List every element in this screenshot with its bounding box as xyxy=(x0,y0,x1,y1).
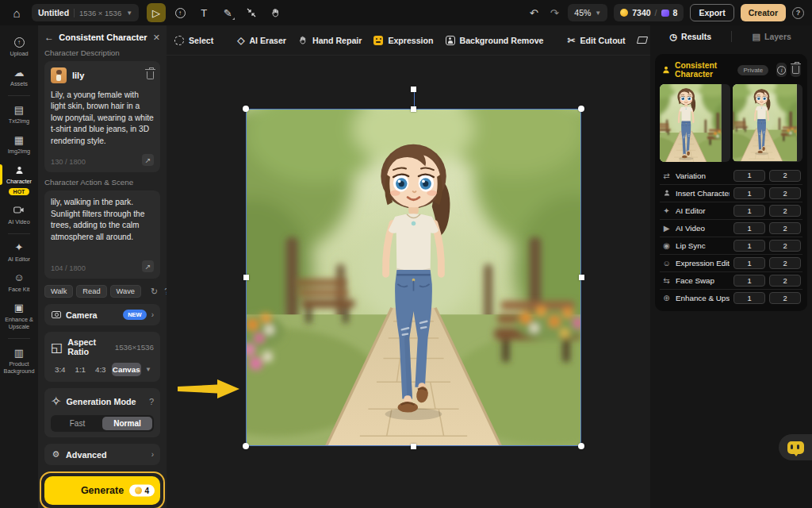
document-pill[interactable]: Untitled 1536 × 1536 ▼ xyxy=(32,4,139,21)
resize-handle-bottom-right[interactable] xyxy=(578,443,584,449)
product-box-icon: ▥ xyxy=(14,346,24,359)
close-icon[interactable]: ✕ xyxy=(151,33,160,43)
character-description-text[interactable]: Lily, a young female with light skin, br… xyxy=(51,90,154,147)
generated-image[interactable] xyxy=(246,109,581,446)
aspect-option-4-3[interactable]: 4:3 xyxy=(91,363,110,376)
zoom-control[interactable]: 45% ▼ xyxy=(568,4,607,21)
insert-character-button-1[interactable]: 1 xyxy=(733,187,765,199)
character-name: lily xyxy=(72,71,147,80)
lip-sync-icon: ◉ xyxy=(661,241,672,250)
panel-title: Consistent Character xyxy=(56,33,151,42)
ai-video-button-1[interactable]: 1 xyxy=(733,222,765,234)
help-icon[interactable]: ? xyxy=(164,287,167,296)
resize-handle-bottom-left[interactable] xyxy=(243,443,249,449)
chatbot-widget[interactable] xyxy=(779,434,812,460)
park-scene-image xyxy=(246,109,581,446)
credits-display[interactable]: 7340 / 8 xyxy=(614,4,684,21)
sidebar-item-ai-video[interactable]: AI Video xyxy=(0,200,38,230)
mode-option-normal[interactable]: Normal xyxy=(102,417,152,430)
canvas-area[interactable]: Select ◇ AI Eraser Hand Repair Expressio… xyxy=(167,25,650,508)
expression-edit-button-1[interactable]: 1 xyxy=(733,257,765,269)
trash-icon[interactable] xyxy=(147,71,154,79)
delete-button[interactable] xyxy=(791,63,801,77)
tab-results[interactable]: ◷ Results xyxy=(650,32,731,42)
variation-button-2[interactable]: 2 xyxy=(769,170,801,182)
info-button[interactable]: i xyxy=(776,63,787,77)
lip-sync-button-1[interactable]: 1 xyxy=(733,240,765,252)
result-thumbnail-1[interactable] xyxy=(660,84,730,162)
ai-eraser-tool[interactable]: ◇ AI Eraser xyxy=(237,35,286,46)
edit-cutout-tool[interactable]: ✂ Edit Cutout xyxy=(567,35,625,46)
sidebar-item-img2img[interactable]: ▦ Img2Img xyxy=(0,129,38,160)
ai-editor-button-1[interactable]: 1 xyxy=(733,205,765,217)
sidebar-item-txt2img[interactable]: ▤ Txt2Img xyxy=(0,99,38,129)
expand-icon[interactable]: ↗ xyxy=(142,154,154,166)
refresh-icon[interactable]: ↻ xyxy=(151,287,158,297)
export-button[interactable]: Export xyxy=(690,4,733,21)
tab-layers[interactable]: ▤ Layers xyxy=(732,32,812,42)
pan-tool-button[interactable] xyxy=(266,3,285,22)
draw-tool-button[interactable]: ✎ xyxy=(218,3,237,22)
action-scene-text[interactable]: lily, walking in the park. Sunlight filt… xyxy=(51,197,154,243)
generate-cost-pill: 4 xyxy=(129,485,155,497)
sidebar-item-label: AI Video xyxy=(8,218,29,225)
chevron-down-icon[interactable]: ▼ xyxy=(143,366,154,373)
sidebar-item-product-background[interactable]: ▥ Product Background xyxy=(0,342,38,379)
aspect-option-3-4[interactable]: 3:4 xyxy=(51,363,70,376)
help-icon[interactable]: ? xyxy=(792,7,804,19)
face-swap-button-1[interactable]: 1 xyxy=(733,275,765,287)
resize-handle-top-left[interactable] xyxy=(243,106,249,112)
rotation-handle[interactable] xyxy=(411,87,416,92)
redo-button[interactable]: ↷ xyxy=(547,7,561,19)
generate-button[interactable]: Generate 4 xyxy=(44,476,160,505)
sidebar-item-face-kit[interactable]: ☺ Face Kit xyxy=(0,267,38,298)
text-tool-button[interactable]: T xyxy=(194,3,213,22)
enhance-upscale-button-2[interactable]: 2 xyxy=(769,292,801,304)
help-icon[interactable]: ? xyxy=(149,397,154,406)
resize-handle-left[interactable] xyxy=(243,275,249,280)
ai-editor-button-2[interactable]: 2 xyxy=(769,205,801,217)
variation-button-1[interactable]: 1 xyxy=(733,170,765,182)
expression-edit-button-2[interactable]: 2 xyxy=(769,257,801,269)
tag-read[interactable]: Read xyxy=(76,285,106,298)
character-description-card: lily Lily, a young female with light ski… xyxy=(44,61,160,172)
resize-handle-top[interactable] xyxy=(411,106,416,112)
sidebar-item-label: Enhance & Upscale xyxy=(2,316,36,330)
expand-icon[interactable]: ↗ xyxy=(142,260,154,272)
resize-handle-top-right[interactable] xyxy=(578,106,584,112)
select-tool[interactable]: Select xyxy=(174,36,213,45)
sidebar-item-character[interactable]: Character HOT xyxy=(0,160,38,199)
select-tool-button[interactable]: ▷ xyxy=(147,3,166,22)
enhance-upscale-button-1[interactable]: 1 xyxy=(733,292,765,304)
undo-button[interactable]: ↶ xyxy=(527,7,541,19)
mode-option-fast[interactable]: Fast xyxy=(52,417,102,430)
sidebar-item-enhance-upscale[interactable]: ▣ Enhance & Upscale xyxy=(0,298,38,335)
creator-button[interactable]: Creator xyxy=(741,4,786,21)
left-rail: ↑ Upload ☁ Assets ▤ Txt2Img ▦ Img2Img Ch… xyxy=(0,25,38,508)
tag-walk[interactable]: Walk xyxy=(44,285,73,298)
result-row-expression-edit: ☺ Expression Edit 1 2 xyxy=(660,254,802,271)
face-swap-button-2[interactable]: 2 xyxy=(769,275,801,287)
sidebar-item-ai-editor[interactable]: ✦ AI Editor xyxy=(0,237,38,267)
resize-handle-right[interactable] xyxy=(579,275,584,280)
back-arrow-icon[interactable]: ← xyxy=(44,32,56,43)
camera-row[interactable]: Camera NEW › xyxy=(44,304,160,325)
sidebar-item-upload[interactable]: ↑ Upload xyxy=(0,32,38,62)
background-remove-tool[interactable]: Background Remove xyxy=(446,36,544,45)
collapse-tool-button[interactable] xyxy=(242,3,261,22)
tag-wave[interactable]: Wave xyxy=(110,285,141,298)
character-avatar[interactable] xyxy=(51,67,67,83)
result-thumbnail-2[interactable] xyxy=(733,84,803,162)
upload-tool-button[interactable]: ↑ xyxy=(170,3,190,22)
aspect-option-1-1[interactable]: 1:1 xyxy=(71,363,90,376)
hand-repair-tool[interactable]: Hand Repair xyxy=(298,36,362,45)
ai-video-button-2[interactable]: 2 xyxy=(769,222,801,234)
aspect-option-canvas[interactable]: Canvas xyxy=(112,363,142,376)
home-icon[interactable]: ⌂ xyxy=(8,4,25,21)
advanced-row[interactable]: ⚙ Advanced › xyxy=(44,444,160,465)
sidebar-item-assets[interactable]: ☁ Assets xyxy=(0,62,38,92)
expression-tool[interactable]: Expression xyxy=(373,36,433,45)
resize-handle-bottom[interactable] xyxy=(411,444,416,449)
lip-sync-button-2[interactable]: 2 xyxy=(769,240,801,252)
insert-character-button-2[interactable]: 2 xyxy=(769,187,801,199)
